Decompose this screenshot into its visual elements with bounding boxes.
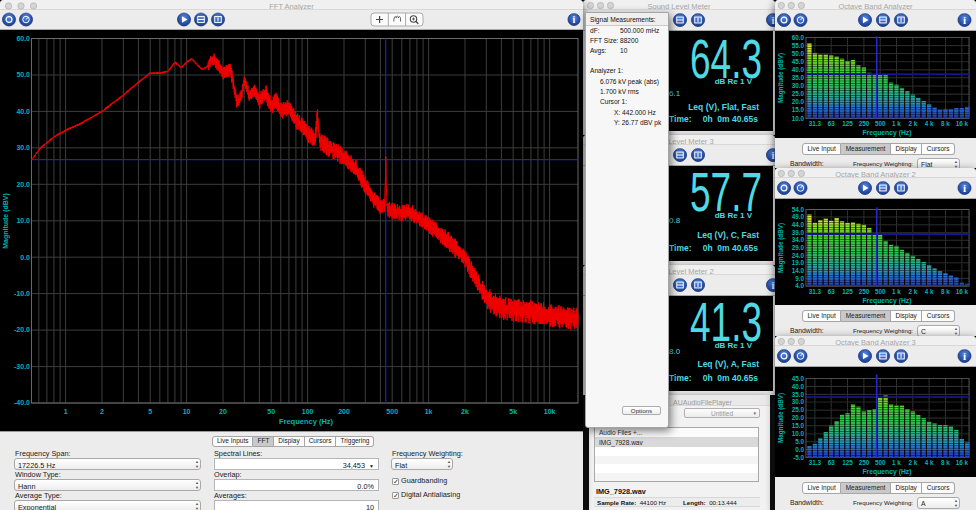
svg-text:40.0: 40.0 xyxy=(792,66,805,73)
svg-text:4 k: 4 k xyxy=(925,288,934,295)
svg-text:2 k: 2 k xyxy=(908,459,917,466)
svg-text:20: 20 xyxy=(219,408,227,415)
svg-text:10k: 10k xyxy=(544,408,556,415)
svg-text:1: 1 xyxy=(64,408,68,415)
svg-text:250: 250 xyxy=(859,288,870,295)
svg-text:1k: 1k xyxy=(425,408,433,415)
svg-text:Frequency (Hz): Frequency (Hz) xyxy=(862,468,911,476)
svg-text:i: i xyxy=(573,14,576,25)
svg-text:20.0: 20.0 xyxy=(16,181,30,188)
svg-text:20.0: 20.0 xyxy=(792,414,805,421)
svg-text:30.0: 30.0 xyxy=(16,144,30,151)
svg-text:500: 500 xyxy=(386,408,398,415)
svg-text:2 k: 2 k xyxy=(908,288,917,295)
svg-text:49.0: 49.0 xyxy=(792,213,805,220)
svg-text:Magnitude (dBV): Magnitude (dBV) xyxy=(777,53,785,103)
svg-text:31.3: 31.3 xyxy=(809,120,822,127)
svg-text:9.0: 9.0 xyxy=(795,275,804,282)
svg-text:15.0: 15.0 xyxy=(792,422,805,429)
svg-text:50: 50 xyxy=(267,408,275,415)
svg-text:44.0: 44.0 xyxy=(792,221,805,228)
svg-text:40.0: 40.0 xyxy=(16,108,30,115)
svg-text:1 k: 1 k xyxy=(892,288,901,295)
svg-text:8 k: 8 k xyxy=(941,459,950,466)
svg-text:500: 500 xyxy=(875,120,886,127)
svg-text:1 k: 1 k xyxy=(892,459,901,466)
svg-text:25.0: 25.0 xyxy=(792,406,805,413)
svg-text:250: 250 xyxy=(859,459,870,466)
svg-text:30.0: 30.0 xyxy=(792,82,805,89)
svg-text:31.3: 31.3 xyxy=(809,459,822,466)
svg-text:10.0: 10.0 xyxy=(792,115,805,122)
svg-text:500: 500 xyxy=(875,459,886,466)
svg-text:125: 125 xyxy=(842,459,853,466)
svg-text:-20.0: -20.0 xyxy=(14,326,30,333)
svg-text:200: 200 xyxy=(338,408,350,415)
svg-text:35.0: 35.0 xyxy=(792,391,805,398)
svg-text:19.0: 19.0 xyxy=(792,259,805,266)
svg-text:Magnitude (dBV): Magnitude (dBV) xyxy=(2,193,10,249)
svg-text:Magnitude (dBV): Magnitude (dBV) xyxy=(777,393,785,443)
svg-text:100: 100 xyxy=(302,408,314,415)
svg-text:2: 2 xyxy=(100,408,104,415)
svg-text:-5.0: -5.0 xyxy=(793,454,804,461)
svg-text:10.0: 10.0 xyxy=(792,430,805,437)
svg-text:39.0: 39.0 xyxy=(792,229,805,236)
svg-text:14.0: 14.0 xyxy=(792,267,805,274)
svg-text:25.0: 25.0 xyxy=(792,90,805,97)
svg-text:35.0: 35.0 xyxy=(792,74,805,81)
svg-text:55.0: 55.0 xyxy=(792,42,805,49)
svg-text:2k: 2k xyxy=(461,408,469,415)
svg-text:34.0: 34.0 xyxy=(792,236,805,243)
svg-text:16 k: 16 k xyxy=(956,120,969,127)
svg-text:63: 63 xyxy=(828,288,836,295)
svg-text:Frequency (Hz): Frequency (Hz) xyxy=(279,417,334,426)
svg-text:63: 63 xyxy=(828,120,836,127)
svg-text:30.0: 30.0 xyxy=(792,398,805,405)
svg-text:5: 5 xyxy=(148,408,152,415)
svg-text:60.0: 60.0 xyxy=(792,34,805,41)
svg-text:-10.0: -10.0 xyxy=(14,290,30,297)
svg-text:Frequency (Hz): Frequency (Hz) xyxy=(862,129,911,137)
svg-text:15.0: 15.0 xyxy=(792,106,805,113)
svg-text:50.0: 50.0 xyxy=(16,71,30,78)
svg-text:45.0: 45.0 xyxy=(792,375,805,382)
svg-text:Magnitude (dBV): Magnitude (dBV) xyxy=(777,223,785,273)
svg-text:-30.0: -30.0 xyxy=(14,363,30,370)
svg-text:i: i xyxy=(963,182,966,194)
svg-text:45.0: 45.0 xyxy=(792,58,805,65)
svg-text:16 k: 16 k xyxy=(956,288,969,295)
svg-text:250: 250 xyxy=(859,120,870,127)
svg-text:500: 500 xyxy=(875,288,886,295)
svg-text:31.3: 31.3 xyxy=(809,288,822,295)
svg-text:60.0: 60.0 xyxy=(16,35,30,42)
svg-text:i: i xyxy=(963,14,966,26)
svg-text:1 k: 1 k xyxy=(892,120,901,127)
svg-text:16 k: 16 k xyxy=(956,459,969,466)
svg-text:8 k: 8 k xyxy=(941,288,950,295)
svg-text:-40.0: -40.0 xyxy=(14,399,30,406)
svg-text:5.0: 5.0 xyxy=(795,438,804,445)
svg-text:0.0: 0.0 xyxy=(795,446,804,453)
svg-text:8 k: 8 k xyxy=(941,120,950,127)
svg-text:4 k: 4 k xyxy=(925,459,934,466)
svg-text:29.0: 29.0 xyxy=(792,244,805,251)
svg-text:i: i xyxy=(963,350,966,362)
svg-text:40.0: 40.0 xyxy=(792,383,805,390)
svg-text:125: 125 xyxy=(842,288,853,295)
svg-text:63: 63 xyxy=(828,459,836,466)
svg-text:24.0: 24.0 xyxy=(792,252,805,259)
svg-text:10.0: 10.0 xyxy=(16,217,30,224)
svg-text:0.0: 0.0 xyxy=(20,254,30,261)
svg-text:4.0: 4.0 xyxy=(795,282,804,289)
svg-text:Frequency (Hz): Frequency (Hz) xyxy=(862,297,911,305)
svg-text:2 k: 2 k xyxy=(908,120,917,127)
svg-text:50.0: 50.0 xyxy=(792,50,805,57)
svg-text:4 k: 4 k xyxy=(925,120,934,127)
svg-text:125: 125 xyxy=(842,120,853,127)
svg-text:20.0: 20.0 xyxy=(792,98,805,105)
svg-text:5k: 5k xyxy=(509,408,517,415)
svg-text:10: 10 xyxy=(183,408,191,415)
svg-text:54.0: 54.0 xyxy=(792,206,805,213)
